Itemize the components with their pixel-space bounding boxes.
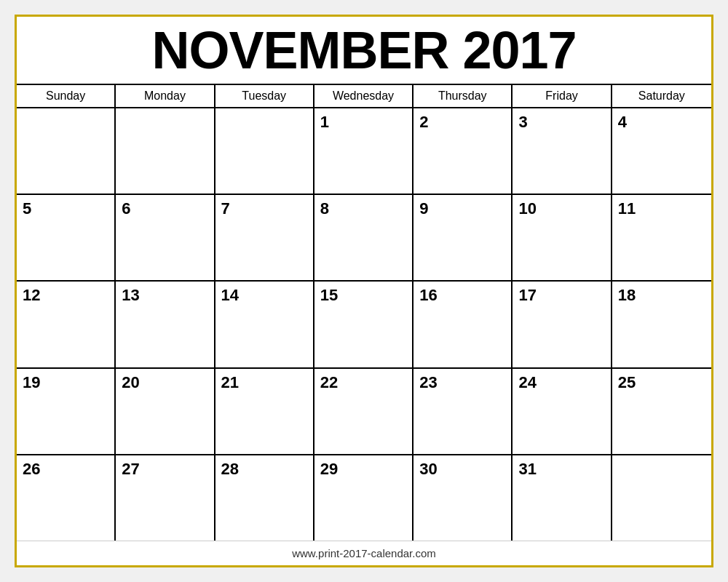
day-cell-4-2: 28 — [215, 455, 314, 541]
day-number: 18 — [618, 286, 636, 304]
day-header-thursday: Thursday — [414, 85, 513, 107]
day-header-monday: Monday — [116, 85, 215, 107]
day-cell-1-4: 9 — [414, 195, 513, 280]
day-number: 19 — [23, 373, 40, 391]
day-number: 25 — [618, 373, 636, 391]
day-header-tuesday: Tuesday — [215, 85, 314, 107]
week-row-2: 567891011 — [17, 195, 711, 282]
day-cell-3-2: 21 — [215, 369, 314, 454]
day-cell-1-6: 11 — [612, 195, 711, 280]
calendar-title: NOVEMBER 2017 — [17, 17, 711, 85]
calendar-container: NOVEMBER 2017 SundayMondayTuesdayWednesd… — [15, 15, 713, 567]
day-number: 13 — [122, 286, 139, 304]
day-header-friday: Friday — [513, 85, 612, 107]
day-cell-4-1: 27 — [116, 455, 215, 541]
day-number: 21 — [221, 373, 239, 391]
day-cell-3-4: 23 — [414, 369, 513, 454]
day-headers-row: SundayMondayTuesdayWednesdayThursdayFrid… — [17, 85, 711, 108]
day-cell-2-1: 13 — [116, 282, 215, 367]
day-number: 11 — [618, 199, 636, 218]
day-number: 1 — [320, 113, 329, 131]
day-number: 4 — [618, 113, 627, 131]
day-number: 6 — [122, 199, 130, 218]
calendar-footer: www.print-2017-calendar.com — [17, 541, 711, 565]
week-row-4: 19202122232425 — [17, 369, 711, 455]
day-cell-2-5: 17 — [513, 282, 612, 367]
day-cell-4-3: 29 — [314, 455, 414, 541]
day-cell-2-6: 18 — [612, 282, 711, 367]
day-number: 5 — [23, 199, 31, 218]
day-number: 26 — [23, 460, 40, 478]
day-number: 9 — [419, 199, 428, 218]
calendar-grid: SundayMondayTuesdayWednesdayThursdayFrid… — [17, 85, 711, 541]
day-number: 15 — [320, 286, 338, 304]
day-number: 12 — [23, 286, 40, 304]
day-header-wednesday: Wednesday — [314, 85, 414, 107]
day-cell-3-5: 24 — [513, 369, 612, 454]
day-cell-2-4: 16 — [414, 282, 513, 367]
day-cell-1-1: 6 — [116, 195, 215, 280]
day-number: 16 — [419, 286, 437, 304]
day-number: 29 — [320, 460, 338, 478]
day-cell-4-5: 31 — [513, 455, 612, 541]
day-cell-0-5: 3 — [513, 108, 612, 194]
day-number: 2 — [419, 113, 428, 131]
day-number: 23 — [419, 373, 437, 391]
day-cell-2-0: 12 — [17, 282, 116, 367]
weeks-container: 1234567891011121314151617181920212223242… — [17, 108, 711, 541]
day-number: 28 — [221, 460, 239, 478]
day-cell-3-6: 25 — [612, 369, 711, 454]
day-number: 8 — [320, 199, 329, 218]
day-number: 30 — [419, 460, 437, 478]
day-header-saturday: Saturday — [612, 85, 711, 107]
day-number: 20 — [122, 373, 139, 391]
day-number: 27 — [122, 460, 139, 478]
day-number: 10 — [518, 199, 536, 218]
day-cell-0-2 — [215, 108, 314, 194]
week-row-3: 12131415161718 — [17, 282, 711, 368]
day-cell-0-0 — [17, 108, 116, 194]
day-cell-4-6 — [612, 455, 711, 541]
day-cell-4-0: 26 — [17, 455, 116, 541]
week-row-5: 262728293031 — [17, 455, 711, 541]
day-cell-2-2: 14 — [215, 282, 314, 367]
day-cell-0-4: 2 — [414, 108, 513, 194]
day-cell-1-3: 8 — [314, 195, 414, 280]
day-number: 22 — [320, 373, 338, 391]
week-row-1: 1234 — [17, 108, 711, 195]
day-cell-1-0: 5 — [17, 195, 116, 280]
day-cell-3-0: 19 — [17, 369, 116, 454]
day-cell-0-6: 4 — [612, 108, 711, 194]
day-number: 14 — [221, 286, 239, 304]
day-number: 3 — [518, 113, 527, 131]
day-number: 31 — [518, 460, 536, 478]
day-cell-3-1: 20 — [116, 369, 215, 454]
day-cell-2-3: 15 — [314, 282, 414, 367]
day-cell-0-1 — [116, 108, 215, 194]
day-header-sunday: Sunday — [17, 85, 116, 107]
day-cell-1-5: 10 — [513, 195, 612, 280]
day-cell-0-3: 1 — [314, 108, 414, 194]
day-cell-4-4: 30 — [414, 455, 513, 541]
day-number: 17 — [518, 286, 536, 304]
day-number: 7 — [221, 199, 230, 218]
day-number: 24 — [518, 373, 536, 391]
day-cell-3-3: 22 — [314, 369, 414, 454]
day-cell-1-2: 7 — [215, 195, 314, 280]
